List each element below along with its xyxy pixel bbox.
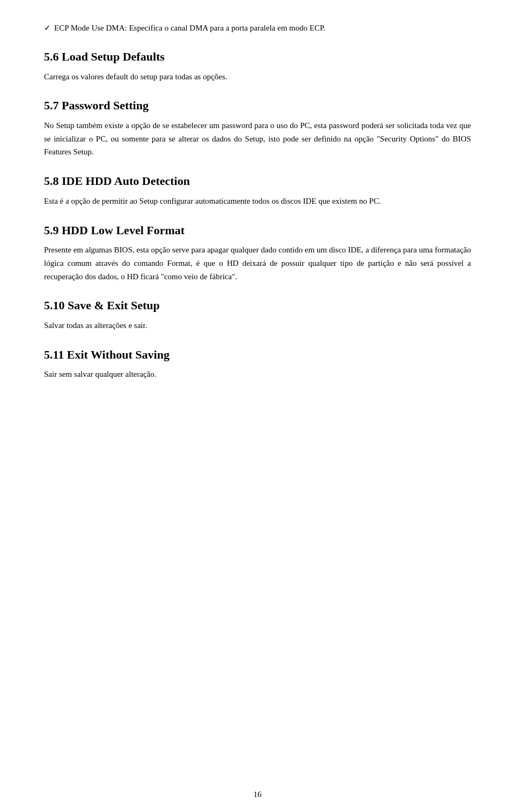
section-body-5.6: Carrega os valores default do setup para…	[44, 70, 471, 84]
section-title-5.8: IDE HDD Auto Detection	[62, 174, 190, 188]
section-title-5.9: HDD Low Level Format	[62, 224, 185, 237]
page-number: 16	[254, 790, 262, 799]
section-5.10: 5.10 Save & Exit SetupSalvar todas as al…	[44, 298, 471, 332]
section-body-5.11: Sair sem salvar qualquer alteração.	[44, 368, 471, 381]
section-5.11: 5.11 Exit Without SavingSair sem salvar …	[44, 347, 471, 381]
section-title-5.6: Load Setup Defaults	[62, 50, 165, 63]
section-heading-5.9: 5.9 HDD Low Level Format	[44, 223, 471, 239]
section-heading-5.6: 5.6 Load Setup Defaults	[44, 49, 471, 65]
section-body-5.9: Presente em algumas BIOS, esta opção ser…	[44, 243, 471, 283]
section-number-5.11: 5.11	[44, 348, 67, 361]
section-body-5.10: Salvar todas as alterações e sair.	[44, 319, 471, 332]
page-container: ✓ECP Mode Use DMA: Especifica o canal DM…	[0, 0, 515, 812]
section-heading-5.8: 5.8 IDE HDD Auto Detection	[44, 174, 471, 189]
section-5.6: 5.6 Load Setup DefaultsCarrega os valore…	[44, 49, 471, 83]
section-number-5.10: 5.10	[44, 299, 68, 312]
section-title-5.11: Exit Without Saving	[67, 348, 170, 361]
section-body-5.8: Esta é a opção de permitir ao Setup conf…	[44, 195, 471, 208]
section-heading-5.7: 5.7 Password Setting	[44, 98, 471, 114]
section-number-5.7: 5.7	[44, 99, 62, 112]
checkmark-icon: ✓	[44, 24, 51, 32]
section-5.7: 5.7 Password SettingNo Setup também exis…	[44, 98, 471, 159]
section-title-5.7: Password Setting	[62, 99, 149, 112]
intro-paragraph: ✓ECP Mode Use DMA: Especifica o canal DM…	[44, 21, 471, 34]
section-title-5.10: Save & Exit Setup	[68, 299, 160, 312]
sections-container: 5.6 Load Setup DefaultsCarrega os valore…	[44, 49, 471, 381]
section-number-5.8: 5.8	[44, 174, 62, 188]
intro-text: ECP Mode Use DMA: Especifica o canal DMA…	[54, 24, 326, 32]
section-5.9: 5.9 HDD Low Level FormatPresente em algu…	[44, 223, 471, 284]
section-heading-5.11: 5.11 Exit Without Saving	[44, 347, 471, 363]
section-number-5.6: 5.6	[44, 50, 62, 63]
section-body-5.7: No Setup também existe a opção de se est…	[44, 119, 471, 159]
section-5.8: 5.8 IDE HDD Auto DetectionEsta é a opção…	[44, 174, 471, 207]
section-number-5.9: 5.9	[44, 224, 62, 237]
section-heading-5.10: 5.10 Save & Exit Setup	[44, 298, 471, 314]
